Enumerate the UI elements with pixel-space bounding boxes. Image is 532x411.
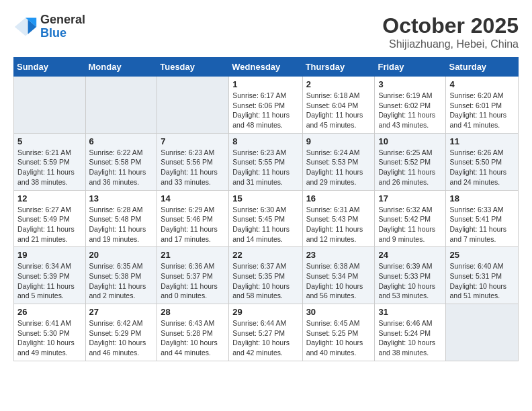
day-info: Sunrise: 6:46 AM Sunset: 5:24 PM Dayligh… — [378, 318, 442, 358]
day-number: 23 — [306, 250, 371, 260]
day-number: 4 — [449, 79, 515, 89]
day-info: Sunrise: 6:41 AM Sunset: 5:30 PM Dayligh… — [17, 318, 82, 358]
day-info: Sunrise: 6:27 AM Sunset: 5:49 PM Dayligh… — [17, 205, 82, 244]
calendar-cell: 18Sunrise: 6:33 AM Sunset: 5:41 PM Dayli… — [446, 190, 519, 247]
day-info: Sunrise: 6:20 AM Sunset: 6:01 PM Dayligh… — [449, 91, 515, 130]
calendar-cell — [157, 77, 229, 134]
day-info: Sunrise: 6:32 AM Sunset: 5:42 PM Dayligh… — [378, 205, 442, 244]
calendar-cell: 29Sunrise: 6:44 AM Sunset: 5:27 PM Dayli… — [229, 304, 302, 361]
day-number: 6 — [89, 136, 154, 146]
calendar-cell: 2Sunrise: 6:18 AM Sunset: 6:04 PM Daylig… — [302, 77, 375, 134]
calendar-cell: 24Sunrise: 6:39 AM Sunset: 5:33 PM Dayli… — [375, 247, 446, 304]
logo-icon — [13, 15, 38, 39]
day-info: Sunrise: 6:17 AM Sunset: 6:06 PM Dayligh… — [232, 91, 298, 130]
weekday-header: Saturday — [446, 58, 519, 77]
day-info: Sunrise: 6:35 AM Sunset: 5:38 PM Dayligh… — [89, 261, 154, 301]
calendar-cell: 23Sunrise: 6:38 AM Sunset: 5:34 PM Dayli… — [302, 247, 375, 304]
calendar-week-row: 1Sunrise: 6:17 AM Sunset: 6:06 PM Daylig… — [14, 77, 519, 134]
day-number: 18 — [449, 193, 515, 203]
calendar-cell: 7Sunrise: 6:23 AM Sunset: 5:56 PM Daylig… — [157, 133, 229, 190]
day-info: Sunrise: 6:24 AM Sunset: 5:53 PM Dayligh… — [306, 148, 371, 187]
calendar-cell: 4Sunrise: 6:20 AM Sunset: 6:01 PM Daylig… — [446, 77, 519, 134]
day-number: 8 — [232, 136, 298, 146]
day-number: 31 — [378, 307, 442, 317]
calendar-subtitle: Shijiazhuang, Hebei, China — [382, 38, 519, 50]
calendar-body: 1Sunrise: 6:17 AM Sunset: 6:06 PM Daylig… — [14, 77, 519, 361]
day-info: Sunrise: 6:30 AM Sunset: 5:45 PM Dayligh… — [232, 205, 298, 244]
day-number: 19 — [17, 250, 82, 260]
day-number: 7 — [161, 136, 225, 146]
day-number: 10 — [378, 136, 442, 146]
calendar-cell — [85, 77, 157, 134]
calendar-cell: 15Sunrise: 6:30 AM Sunset: 5:45 PM Dayli… — [229, 190, 302, 247]
page-header: General Blue October 2025 Shijiazhuang, … — [13, 13, 519, 50]
calendar-cell: 28Sunrise: 6:43 AM Sunset: 5:28 PM Dayli… — [157, 304, 229, 361]
day-info: Sunrise: 6:28 AM Sunset: 5:48 PM Dayligh… — [89, 205, 154, 244]
day-number: 30 — [306, 307, 371, 317]
day-number: 27 — [89, 307, 154, 317]
calendar-cell: 17Sunrise: 6:32 AM Sunset: 5:42 PM Dayli… — [375, 190, 446, 247]
calendar-cell: 31Sunrise: 6:46 AM Sunset: 5:24 PM Dayli… — [375, 304, 446, 361]
calendar-cell: 13Sunrise: 6:28 AM Sunset: 5:48 PM Dayli… — [85, 190, 157, 247]
calendar-cell: 30Sunrise: 6:45 AM Sunset: 5:25 PM Dayli… — [302, 304, 375, 361]
day-info: Sunrise: 6:42 AM Sunset: 5:29 PM Dayligh… — [89, 318, 154, 358]
day-number: 12 — [17, 193, 82, 203]
day-number: 26 — [17, 307, 82, 317]
day-number: 17 — [378, 193, 442, 203]
logo-blue-text: Blue — [40, 27, 85, 40]
calendar-cell — [14, 77, 86, 134]
logo-text: General Blue — [40, 13, 85, 40]
day-info: Sunrise: 6:40 AM Sunset: 5:31 PM Dayligh… — [449, 261, 515, 301]
calendar-cell: 26Sunrise: 6:41 AM Sunset: 5:30 PM Dayli… — [14, 304, 86, 361]
day-info: Sunrise: 6:23 AM Sunset: 5:55 PM Dayligh… — [232, 148, 298, 187]
day-info: Sunrise: 6:33 AM Sunset: 5:41 PM Dayligh… — [449, 205, 515, 244]
day-info: Sunrise: 6:44 AM Sunset: 5:27 PM Dayligh… — [232, 318, 298, 358]
calendar-week-row: 12Sunrise: 6:27 AM Sunset: 5:49 PM Dayli… — [14, 190, 519, 247]
weekday-header: Friday — [375, 58, 446, 77]
calendar-cell: 5Sunrise: 6:21 AM Sunset: 5:59 PM Daylig… — [14, 133, 86, 190]
day-number: 1 — [232, 79, 298, 89]
calendar-cell — [446, 304, 519, 361]
day-number: 28 — [161, 307, 225, 317]
weekday-header: Monday — [85, 58, 157, 77]
day-number: 3 — [378, 79, 442, 89]
day-info: Sunrise: 6:26 AM Sunset: 5:50 PM Dayligh… — [449, 148, 515, 187]
logo: General Blue — [13, 13, 85, 40]
weekday-header: Tuesday — [157, 58, 229, 77]
day-number: 5 — [17, 136, 82, 146]
calendar-cell: 10Sunrise: 6:25 AM Sunset: 5:52 PM Dayli… — [375, 133, 446, 190]
calendar-week-row: 5Sunrise: 6:21 AM Sunset: 5:59 PM Daylig… — [14, 133, 519, 190]
calendar-week-row: 26Sunrise: 6:41 AM Sunset: 5:30 PM Dayli… — [14, 304, 519, 361]
day-info: Sunrise: 6:18 AM Sunset: 6:04 PM Dayligh… — [306, 91, 371, 130]
day-info: Sunrise: 6:37 AM Sunset: 5:35 PM Dayligh… — [232, 261, 298, 301]
calendar-cell: 27Sunrise: 6:42 AM Sunset: 5:29 PM Dayli… — [85, 304, 157, 361]
day-number: 20 — [89, 250, 154, 260]
calendar-cell: 22Sunrise: 6:37 AM Sunset: 5:35 PM Dayli… — [229, 247, 302, 304]
day-info: Sunrise: 6:29 AM Sunset: 5:46 PM Dayligh… — [161, 205, 225, 244]
day-number: 11 — [449, 136, 515, 146]
weekday-header: Wednesday — [229, 58, 302, 77]
day-info: Sunrise: 6:34 AM Sunset: 5:39 PM Dayligh… — [17, 261, 82, 301]
calendar-week-row: 19Sunrise: 6:34 AM Sunset: 5:39 PM Dayli… — [14, 247, 519, 304]
calendar-cell: 12Sunrise: 6:27 AM Sunset: 5:49 PM Dayli… — [14, 190, 86, 247]
day-number: 24 — [378, 250, 442, 260]
day-info: Sunrise: 6:45 AM Sunset: 5:25 PM Dayligh… — [306, 318, 371, 358]
day-number: 22 — [232, 250, 298, 260]
day-info: Sunrise: 6:39 AM Sunset: 5:33 PM Dayligh… — [378, 261, 442, 301]
day-number: 14 — [161, 193, 225, 203]
calendar-cell: 25Sunrise: 6:40 AM Sunset: 5:31 PM Dayli… — [446, 247, 519, 304]
day-info: Sunrise: 6:23 AM Sunset: 5:56 PM Dayligh… — [161, 148, 225, 187]
calendar-cell: 6Sunrise: 6:22 AM Sunset: 5:58 PM Daylig… — [85, 133, 157, 190]
day-number: 15 — [232, 193, 298, 203]
calendar-cell: 19Sunrise: 6:34 AM Sunset: 5:39 PM Dayli… — [14, 247, 86, 304]
calendar-table: SundayMondayTuesdayWednesdayThursdayFrid… — [13, 57, 519, 361]
calendar-header: SundayMondayTuesdayWednesdayThursdayFrid… — [14, 58, 519, 77]
day-info: Sunrise: 6:21 AM Sunset: 5:59 PM Dayligh… — [17, 148, 82, 187]
calendar-cell: 8Sunrise: 6:23 AM Sunset: 5:55 PM Daylig… — [229, 133, 302, 190]
calendar-cell: 20Sunrise: 6:35 AM Sunset: 5:38 PM Dayli… — [85, 247, 157, 304]
calendar-cell: 21Sunrise: 6:36 AM Sunset: 5:37 PM Dayli… — [157, 247, 229, 304]
day-info: Sunrise: 6:43 AM Sunset: 5:28 PM Dayligh… — [161, 318, 225, 358]
calendar-cell: 1Sunrise: 6:17 AM Sunset: 6:06 PM Daylig… — [229, 77, 302, 134]
day-info: Sunrise: 6:38 AM Sunset: 5:34 PM Dayligh… — [306, 261, 371, 301]
day-number: 25 — [449, 250, 515, 260]
